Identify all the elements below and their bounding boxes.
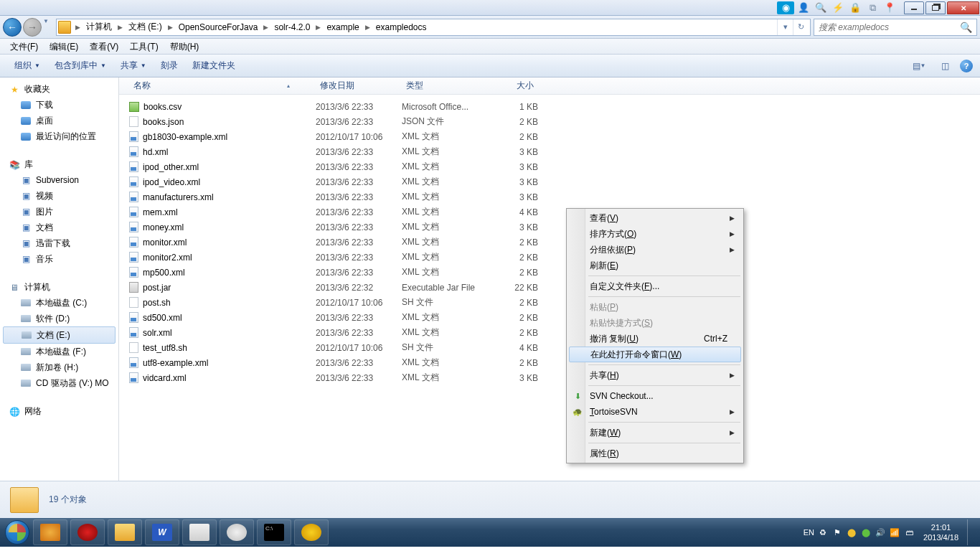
- chevron-icon[interactable]: ▶: [74, 24, 82, 31]
- breadcrumb-segment[interactable]: 文档 (E:): [124, 19, 166, 35]
- file-row[interactable]: solr.xml2013/3/6 22:33XML 文档2 KB: [119, 325, 980, 340]
- sidebar-item[interactable]: 本地磁盘 (F:): [0, 344, 118, 359]
- menu-item[interactable]: 帮助(H): [164, 39, 205, 55]
- file-row[interactable]: monitor.xml2013/3/6 22:33XML 文档2 KB: [119, 235, 980, 250]
- file-row[interactable]: hd.xml2013/3/6 22:33XML 文档3 KB: [119, 144, 980, 159]
- context-menu-item[interactable]: 新建(W)▶: [568, 425, 742, 441]
- menu-item[interactable]: 工具(T): [124, 39, 164, 55]
- sidebar-group-header[interactable]: ★收藏夹: [0, 82, 118, 97]
- start-button[interactable]: [3, 518, 32, 547]
- file-row[interactable]: manufacturers.xml2013/3/6 22:33XML 文档3 K…: [119, 189, 980, 204]
- column-type[interactable]: 类型: [402, 80, 488, 92]
- app-icon[interactable]: ◉: [777, 1, 794, 14]
- taskbar-app-1[interactable]: [33, 519, 67, 545]
- breadcrumb-segment[interactable]: example: [322, 19, 363, 35]
- maximize-button[interactable]: [925, 1, 946, 14]
- context-menu-item[interactable]: 共享(H)▶: [568, 367, 742, 383]
- breadcrumb-segment[interactable]: OpenSourceForJava: [174, 19, 263, 35]
- breadcrumb-segment[interactable]: 计算机: [82, 19, 116, 35]
- help-button[interactable]: ?: [960, 60, 973, 72]
- sidebar-item[interactable]: ▣Subversion: [0, 172, 118, 188]
- view-options-button[interactable]: ▤ ▼: [908, 58, 930, 74]
- sidebar-group-header[interactable]: 📚库: [0, 157, 118, 172]
- column-name[interactable]: 名称▴: [129, 80, 316, 92]
- chevron-icon[interactable]: ▶: [364, 24, 372, 31]
- sidebar-item[interactable]: 软件 (D:): [0, 311, 118, 326]
- sidebar-item[interactable]: 桌面: [0, 113, 118, 128]
- search-icon[interactable]: 🔍: [813, 1, 829, 14]
- tray-360-icon[interactable]: ⬤: [860, 527, 872, 538]
- file-row[interactable]: post.jar2013/3/6 22:32Executable Jar Fil…: [119, 280, 980, 295]
- address-bar[interactable]: ▶ 计算机▶文档 (E:)▶OpenSourceForJava▶solr-4.2…: [56, 19, 811, 36]
- sidebar-item[interactable]: 新加卷 (H:): [0, 359, 118, 375]
- chevron-icon[interactable]: ▶: [314, 24, 322, 31]
- sidebar-item[interactable]: ▣迅雷下载: [0, 235, 118, 251]
- breadcrumb-segment[interactable]: solr-4.2.0: [270, 19, 314, 35]
- sidebar-item[interactable]: ▣文档: [0, 220, 118, 235]
- tray-network-icon[interactable]: 📶: [889, 527, 900, 538]
- preview-pane-button[interactable]: ◫: [934, 58, 956, 74]
- context-menu-item[interactable]: 属性(R): [568, 446, 742, 461]
- taskbar-app-8[interactable]: [294, 519, 329, 545]
- location-icon[interactable]: 📍: [882, 1, 897, 14]
- file-row[interactable]: mp500.xml2013/3/6 22:33XML 文档2 KB: [119, 265, 980, 280]
- context-menu-item[interactable]: 🐢TortoiseSVN▶: [568, 404, 742, 420]
- sidebar-item[interactable]: 下载: [0, 97, 118, 113]
- sidebar-item[interactable]: 最近访问的位置: [0, 128, 118, 144]
- file-row[interactable]: ipod_other.xml2013/3/6 22:33XML 文档3 KB: [119, 159, 980, 174]
- history-dropdown[interactable]: ▼: [43, 18, 52, 37]
- tray-volume-icon[interactable]: 🔊: [875, 527, 886, 538]
- window-icon[interactable]: ⧉: [864, 1, 880, 14]
- taskbar-cmd[interactable]: C:\: [257, 519, 291, 545]
- file-row[interactable]: monitor2.xml2013/3/6 22:33XML 文档2 KB: [119, 250, 980, 265]
- taskbar-app-5[interactable]: [182, 519, 217, 545]
- file-row[interactable]: sd500.xml2013/3/6 22:33XML 文档2 KB: [119, 310, 980, 325]
- menu-item[interactable]: 文件(F): [4, 39, 44, 55]
- new-folder-button[interactable]: 新建文件夹: [185, 60, 242, 72]
- context-menu-item[interactable]: 在此处打开命令窗口(W): [569, 347, 741, 362]
- tray-flag-icon[interactable]: ⚑: [831, 527, 843, 538]
- file-row[interactable]: post.sh2012/10/17 10:06SH 文件2 KB: [119, 295, 980, 310]
- minimize-button[interactable]: [904, 1, 924, 14]
- clock[interactable]: 21:01 2013/4/18: [923, 522, 958, 542]
- show-desktop-button[interactable]: [967, 519, 974, 545]
- taskbar-explorer[interactable]: [108, 519, 142, 545]
- back-button[interactable]: ←: [3, 18, 22, 37]
- file-row[interactable]: mem.xml2013/3/6 22:33XML 文档4 KB: [119, 204, 980, 220]
- sidebar-item[interactable]: ▣视频: [0, 188, 118, 204]
- address-dropdown[interactable]: ▾: [777, 19, 793, 35]
- context-menu-item[interactable]: 自定义文件夹(F)...: [568, 278, 742, 294]
- sidebar-item[interactable]: 文档 (E:): [3, 326, 116, 344]
- breadcrumb-segment[interactable]: exampledocs: [372, 19, 431, 35]
- column-date[interactable]: 修改日期: [316, 80, 402, 92]
- close-button[interactable]: [947, 1, 979, 14]
- share-button[interactable]: 共享▼: [113, 60, 154, 72]
- file-row[interactable]: ipod_video.xml2013/3/6 22:33XML 文档3 KB: [119, 174, 980, 189]
- user-icon[interactable]: 👤: [796, 1, 811, 14]
- sidebar-item[interactable]: ▣音乐: [0, 251, 118, 267]
- search-box[interactable]: 🔍: [814, 19, 977, 36]
- organize-button[interactable]: 组织▼: [7, 60, 47, 72]
- sidebar-item[interactable]: 本地磁盘 (C:): [0, 295, 118, 311]
- lock-icon[interactable]: 🔒: [847, 1, 863, 14]
- refresh-button[interactable]: ↻: [793, 19, 809, 35]
- file-row[interactable]: books.csv2013/3/6 22:33Microsoft Office.…: [119, 99, 980, 114]
- context-menu-item[interactable]: 分组依据(P)▶: [568, 242, 742, 258]
- context-menu-item[interactable]: ⬇SVN Checkout...: [568, 388, 742, 404]
- context-menu-item[interactable]: 排序方式(O)▶: [568, 226, 742, 242]
- menu-item[interactable]: 编辑(E): [44, 39, 84, 55]
- bolt-icon[interactable]: ⚡: [830, 1, 846, 14]
- chevron-icon[interactable]: ▶: [262, 24, 270, 31]
- tray-shield-icon[interactable]: ⬤: [846, 527, 857, 538]
- context-menu-item[interactable]: 查看(V)▶: [568, 210, 742, 226]
- file-row[interactable]: gb18030-example.xml2012/10/17 10:06XML 文…: [119, 129, 980, 144]
- chevron-icon[interactable]: ▶: [116, 24, 124, 31]
- chevron-icon[interactable]: ▶: [166, 24, 174, 31]
- search-input[interactable]: [819, 22, 960, 32]
- file-row[interactable]: vidcard.xml2013/3/6 22:33XML 文档3 KB: [119, 370, 980, 385]
- file-list-area[interactable]: 名称▴ 修改日期 类型 大小 books.csv2013/3/6 22:33Mi…: [119, 77, 980, 481]
- sidebar-group-header[interactable]: 🖥计算机: [0, 280, 118, 295]
- tray-recycle-icon[interactable]: ♻: [817, 527, 829, 538]
- language-indicator[interactable]: EN: [804, 528, 814, 537]
- context-menu-item[interactable]: 刷新(E): [568, 258, 742, 273]
